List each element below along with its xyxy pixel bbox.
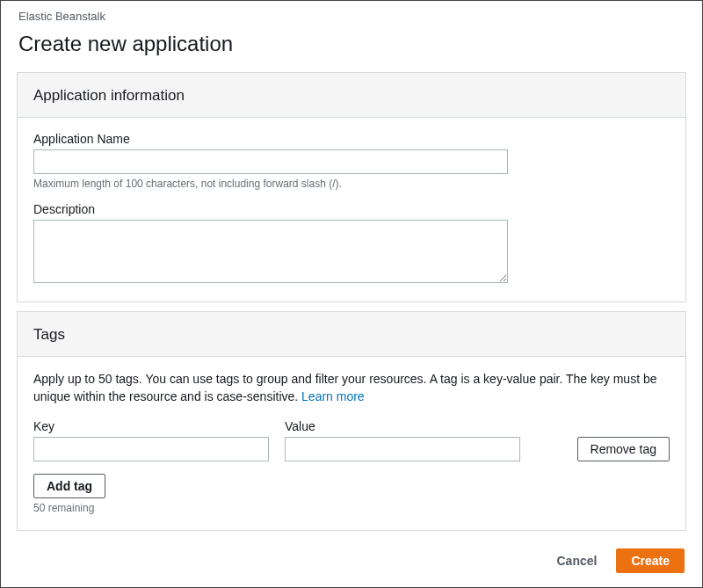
tags-row: Key Value Remove tag xyxy=(33,419,670,461)
tag-key-label: Key xyxy=(33,419,269,433)
tag-value-label: Value xyxy=(285,419,520,433)
tags-panel-body: Apply up to 50 tags. You can use tags to… xyxy=(18,357,685,530)
tags-panel: Tags Apply up to 50 tags. You can use ta… xyxy=(17,311,686,531)
page-root: Elastic Beanstalk Create new application… xyxy=(1,1,702,585)
create-button[interactable]: Create xyxy=(616,548,685,573)
app-info-panel-header: Application information xyxy=(18,73,685,118)
tags-panel-header: Tags xyxy=(18,312,685,357)
learn-more-link[interactable]: Learn more xyxy=(301,389,365,403)
tag-key-col: Key xyxy=(33,419,269,461)
app-info-panel-body: Application Name Maximum length of 100 c… xyxy=(18,118,685,301)
app-name-helper: Maximum length of 100 characters, not in… xyxy=(33,178,670,190)
page-title: Create new application xyxy=(1,28,702,67)
tag-remove-col: Remove tag xyxy=(577,437,670,461)
app-desc-field-group: Description xyxy=(33,202,670,286)
app-name-field-group: Application Name Maximum length of 100 c… xyxy=(33,132,670,190)
tag-value-col: Value xyxy=(285,419,520,461)
tag-key-input[interactable] xyxy=(33,437,269,461)
app-name-label: Application Name xyxy=(33,132,670,146)
cancel-button[interactable]: Cancel xyxy=(549,548,604,573)
app-desc-textarea[interactable] xyxy=(33,220,508,283)
tags-remaining: 50 remaining xyxy=(33,502,670,514)
app-desc-label: Description xyxy=(33,202,670,216)
tags-description: Apply up to 50 tags. You can use tags to… xyxy=(33,371,670,405)
breadcrumb: Elastic Beanstalk xyxy=(1,1,702,28)
remove-tag-button[interactable]: Remove tag xyxy=(577,437,670,461)
app-info-panel: Application information Application Name… xyxy=(17,72,686,302)
app-name-input[interactable] xyxy=(33,149,508,174)
footer-actions: Cancel Create xyxy=(1,540,702,585)
add-tag-button[interactable]: Add tag xyxy=(33,474,105,498)
tag-value-input[interactable] xyxy=(285,437,520,461)
